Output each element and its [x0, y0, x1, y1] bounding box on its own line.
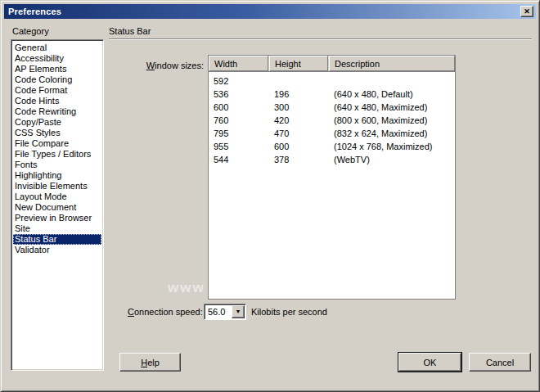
category-item-code-rewriting[interactable]: Code Rewriting	[13, 106, 101, 117]
connection-speed-unit: Kilobits per second	[251, 307, 327, 317]
window-sizes-label: Window sizes:	[137, 61, 204, 70]
table-cell: (640 x 480, Default)	[329, 88, 455, 101]
help-button-mnemonic: H	[141, 358, 147, 367]
close-icon: ✕	[524, 7, 530, 16]
window-sizes-label-rest: indow sizes:	[155, 61, 204, 70]
category-item-css-styles[interactable]: CSS Styles	[13, 128, 101, 138]
help-button-rest: elp	[147, 358, 160, 367]
table-cell	[269, 74, 329, 88]
table-row[interactable]: 955600(1024 x 768, Maximized)	[209, 140, 455, 153]
category-item-new-document[interactable]: New Document	[13, 202, 101, 213]
connection-speed-select[interactable]: 56.0 ▼	[204, 304, 246, 320]
table-cell: 378	[269, 153, 329, 166]
category-item-validator[interactable]: Validator	[13, 245, 101, 255]
table-cell: (800 x 600, Maximized)	[329, 114, 455, 127]
connection-speed-label: Connection speed:	[128, 307, 203, 317]
connection-speed-label-rest: onnection speed:	[134, 307, 203, 317]
separator-line	[109, 38, 532, 40]
window-sizes-label-mnemonic: W	[146, 61, 155, 70]
table-cell: (1024 x 768, Maximized)	[329, 140, 455, 153]
category-item-preview-in-browser[interactable]: Preview in Browser	[13, 213, 101, 223]
table-cell: 196	[269, 88, 329, 101]
title-bar[interactable]: Preferences ✕	[4, 4, 536, 19]
table-cell: 760	[209, 114, 269, 127]
connection-speed-value: 56.0	[205, 307, 232, 317]
close-button[interactable]: ✕	[520, 6, 533, 17]
table-cell: (832 x 624, Maximized)	[329, 127, 455, 140]
table-cell: 795	[209, 127, 269, 140]
category-item-layout-mode[interactable]: Layout Mode	[13, 191, 101, 202]
table-cell: 536	[209, 88, 269, 101]
category-item-invisible-elements[interactable]: Invisible Elements	[13, 181, 101, 191]
ok-button[interactable]: OK	[398, 353, 461, 372]
connection-speed-label-mnemonic: C	[128, 307, 134, 317]
table-cell: 300	[269, 101, 329, 114]
panel-title: Status Bar	[109, 26, 151, 36]
table-cell: 955	[209, 140, 269, 153]
table-row[interactable]: 760420(800 x 600, Maximized)	[209, 114, 455, 127]
category-item-highlighting[interactable]: Highlighting	[13, 170, 101, 181]
watermark: www	[168, 280, 205, 296]
column-header-description: Description	[329, 56, 455, 71]
table-cell: 600	[209, 101, 269, 114]
preferences-dialog: Preferences ✕ Category GeneralAccessibil…	[0, 0, 540, 392]
category-item-ap-elements[interactable]: AP Elements	[13, 64, 101, 74]
category-item-general[interactable]: General	[13, 43, 101, 53]
table-row[interactable]: 795470(832 x 624, Maximized)	[209, 127, 455, 140]
category-item-code-format[interactable]: Code Format	[13, 85, 101, 96]
table-cell	[329, 74, 455, 88]
cancel-button[interactable]: Cancel	[469, 353, 531, 372]
window-title: Preferences	[8, 7, 61, 16]
table-row[interactable]: 592	[209, 74, 455, 88]
table-cell: 544	[209, 153, 269, 166]
table-cell: 420	[269, 114, 329, 127]
category-item-status-bar[interactable]: Status Bar	[13, 234, 101, 245]
category-item-code-coloring[interactable]: Code Coloring	[13, 74, 101, 85]
category-item-file-compare[interactable]: File Compare	[13, 138, 101, 149]
category-item-accessibility[interactable]: Accessibility	[13, 53, 101, 64]
table-row[interactable]: 536196(640 x 480, Default)	[209, 88, 455, 101]
table-body: 592536196(640 x 480, Default)600300(640 …	[209, 72, 455, 166]
category-item-file-types-editors[interactable]: File Types / Editors	[13, 149, 101, 160]
category-item-fonts[interactable]: Fonts	[13, 160, 101, 170]
table-cell: (640 x 480, Maximized)	[329, 101, 455, 114]
table-cell: 592	[209, 74, 269, 88]
table-header: WidthHeightDescription	[209, 56, 455, 72]
table-row[interactable]: 600300(640 x 480, Maximized)	[209, 101, 455, 114]
table-cell: 600	[269, 140, 329, 153]
table-row[interactable]: 544378(WebTV)	[209, 153, 455, 166]
category-item-site[interactable]: Site	[13, 223, 101, 234]
column-header-width: Width	[209, 56, 268, 71]
category-listbox[interactable]: GeneralAccessibilityAP ElementsCode Colo…	[11, 39, 104, 371]
category-label: Category	[12, 26, 49, 36]
category-item-code-hints[interactable]: Code Hints	[13, 96, 101, 106]
chevron-down-icon[interactable]: ▼	[232, 305, 245, 318]
column-header-height: Height	[269, 56, 328, 71]
category-item-copy-paste[interactable]: Copy/Paste	[13, 117, 101, 128]
table-cell: (WebTV)	[329, 153, 455, 166]
window-sizes-table[interactable]: WidthHeightDescription 592536196(640 x 4…	[208, 55, 456, 300]
help-button[interactable]: Help	[119, 353, 181, 372]
table-cell: 470	[269, 127, 329, 140]
